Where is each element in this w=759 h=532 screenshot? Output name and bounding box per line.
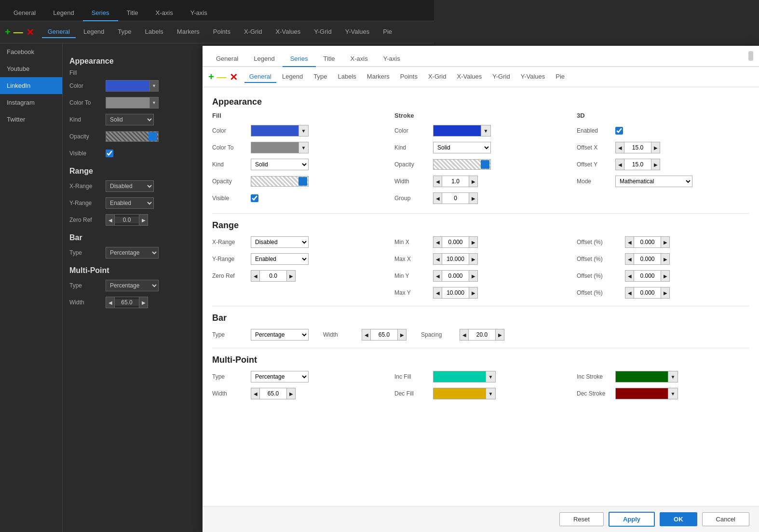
maxx-input[interactable]	[442, 256, 469, 262]
dark-subtab-yvalues[interactable]: Y-Values	[339, 26, 376, 38]
dark-tab-xaxis[interactable]: X-axis	[147, 5, 182, 21]
fill-opacity-thumb[interactable]	[298, 177, 307, 186]
mp-width-inc-btn[interactable]: ▶	[286, 388, 295, 399]
fill-visible-checkbox[interactable]	[251, 194, 258, 202]
stroke-color-arrow[interactable]: ▼	[481, 125, 490, 136]
stroke-group-dec-btn[interactable]: ◀	[434, 193, 442, 204]
threed-offsety-input[interactable]	[624, 161, 651, 168]
dark-subtab-points[interactable]: Points	[207, 26, 236, 38]
dialog-subtab-labels[interactable]: Labels	[333, 71, 361, 83]
bar-width-inc-btn[interactable]: ▶	[397, 329, 406, 340]
dark-tab-legend[interactable]: Legend	[44, 5, 82, 21]
mp-width-input[interactable]	[260, 390, 286, 397]
dark-subtab-general[interactable]: General	[42, 26, 76, 38]
dialog-tab-general[interactable]: General	[208, 51, 246, 67]
dialog-subtab-markers[interactable]: Markers	[362, 71, 394, 83]
maxy-dec-btn[interactable]: ◀	[434, 287, 442, 298]
zeroref-dec-btn[interactable]: ◀	[251, 271, 260, 281]
offset-minx-dec-btn[interactable]: ◀	[625, 237, 634, 247]
fill-kind-select[interactable]: Solid	[251, 159, 309, 170]
dark-zeroref-input[interactable]	[115, 217, 139, 223]
offset-maxx-inc-btn[interactable]: ▶	[661, 254, 669, 264]
offset-maxx-input[interactable]	[634, 256, 661, 262]
stroke-width-dec-btn[interactable]: ◀	[434, 176, 442, 187]
dark-subtab-xgrid[interactable]: X-Grid	[238, 26, 268, 38]
fill-color-btn[interactable]: ▼	[251, 125, 309, 136]
dark-xrange-select[interactable]: Disabled	[106, 180, 154, 192]
mp-width-dec-btn[interactable]: ◀	[251, 388, 260, 399]
bar-spacing-inc-btn[interactable]: ▶	[495, 329, 504, 340]
delete-series-button[interactable]: ✕	[26, 27, 34, 38]
mp-incstroke-btn[interactable]: ▼	[615, 371, 678, 382]
cancel-button[interactable]: Cancel	[702, 512, 749, 526]
maxy-inc-btn[interactable]: ▶	[469, 287, 477, 298]
fill-color-arrow[interactable]: ▼	[298, 125, 308, 136]
mp-incfill-arrow[interactable]: ▼	[486, 371, 495, 382]
yrange-select[interactable]: Enabled	[251, 253, 309, 265]
miny-inc-btn[interactable]: ▶	[469, 271, 477, 281]
bar-spacing-dec-btn[interactable]: ◀	[460, 329, 469, 340]
stroke-width-inc-btn[interactable]: ▶	[469, 176, 477, 187]
dark-mp-width-input[interactable]	[115, 299, 139, 306]
mp-incfill-btn[interactable]: ▼	[433, 371, 496, 382]
dark-fill-color-arrow[interactable]: ▼	[149, 81, 158, 91]
offset-minx-input[interactable]	[634, 239, 661, 246]
dark-zeroref-inc-btn[interactable]: ▶	[139, 215, 148, 225]
series-item-youtube[interactable]: Youtube	[0, 60, 62, 77]
dark-mp-type-select[interactable]: Percentage	[106, 280, 159, 291]
fill-opacity-slider[interactable]	[251, 176, 309, 187]
bar-spacing-input[interactable]	[469, 331, 495, 338]
offset-miny-input[interactable]	[634, 273, 661, 279]
minx-dec-btn[interactable]: ◀	[434, 237, 442, 247]
series-item-instagram[interactable]: Instagram	[0, 94, 62, 111]
dark-yrange-select[interactable]: Enabled	[106, 197, 154, 209]
bar-width-dec-btn[interactable]: ◀	[362, 329, 371, 340]
dialog-subtab-xvalues[interactable]: X-Values	[452, 71, 487, 83]
threed-offsety-dec-btn[interactable]: ◀	[616, 159, 624, 170]
offset-maxx-dec-btn[interactable]: ◀	[625, 254, 634, 264]
dark-bar-type-select[interactable]: Percentage	[106, 247, 159, 259]
dark-mp-width-dec-btn[interactable]: ◀	[106, 297, 115, 308]
ok-button[interactable]: OK	[660, 512, 697, 526]
dark-kind-select[interactable]: Solid	[106, 114, 154, 125]
offset-miny-dec-btn[interactable]: ◀	[625, 271, 634, 281]
miny-input[interactable]	[442, 273, 469, 279]
stroke-width-input[interactable]	[442, 178, 469, 185]
dialog-add-button[interactable]: +	[208, 71, 214, 82]
fill-colorto-btn[interactable]: ▼	[251, 142, 309, 153]
threed-enabled-checkbox[interactable]	[615, 127, 623, 135]
dialog-subtab-legend[interactable]: Legend	[277, 71, 308, 83]
bar-width-input[interactable]	[371, 331, 397, 338]
dark-subtab-legend[interactable]: Legend	[78, 26, 110, 38]
stroke-group-input[interactable]	[442, 195, 469, 202]
stroke-kind-select[interactable]: Solid	[433, 142, 491, 153]
offset-maxy-input[interactable]	[634, 289, 661, 296]
dialog-tab-yaxis[interactable]: Y-axis	[376, 51, 408, 67]
dark-subtab-type[interactable]: Type	[112, 26, 137, 38]
reset-button[interactable]: Reset	[559, 512, 604, 526]
dark-subtab-labels[interactable]: Labels	[139, 26, 169, 38]
dark-opacity-thumb[interactable]	[149, 132, 157, 141]
series-item-linkedin[interactable]: LinkedIn	[0, 77, 62, 94]
offset-maxy-dec-btn[interactable]: ◀	[625, 287, 634, 298]
mp-decfill-arrow[interactable]: ▼	[486, 388, 495, 399]
fill-colorto-arrow[interactable]: ▼	[298, 142, 308, 153]
dark-tab-title[interactable]: Title	[118, 5, 147, 21]
offset-maxy-inc-btn[interactable]: ▶	[661, 287, 669, 298]
series-item-facebook[interactable]: Facebook	[0, 43, 62, 60]
remove-series-button[interactable]: —	[14, 27, 23, 38]
dialog-subtab-points[interactable]: Points	[395, 71, 422, 83]
mp-type-select[interactable]: Percentage	[251, 371, 309, 382]
offset-minx-inc-btn[interactable]: ▶	[661, 237, 669, 247]
dark-fill-colorto-arrow[interactable]: ▼	[149, 97, 158, 108]
dialog-remove-button[interactable]: —	[217, 71, 227, 82]
mp-decfill-btn[interactable]: ▼	[433, 388, 496, 399]
series-item-twitter[interactable]: Twitter	[0, 111, 62, 128]
bar-type-select[interactable]: Percentage	[251, 329, 309, 341]
mp-incstroke-arrow[interactable]: ▼	[668, 371, 678, 382]
dark-fill-color-btn[interactable]: ▼	[106, 80, 159, 92]
threed-offsetx-input[interactable]	[624, 144, 651, 151]
dialog-subtab-yvalues[interactable]: Y-Values	[516, 71, 550, 83]
minx-inc-btn[interactable]: ▶	[469, 237, 477, 247]
dark-subtab-ygrid[interactable]: Y-Grid	[308, 26, 337, 38]
